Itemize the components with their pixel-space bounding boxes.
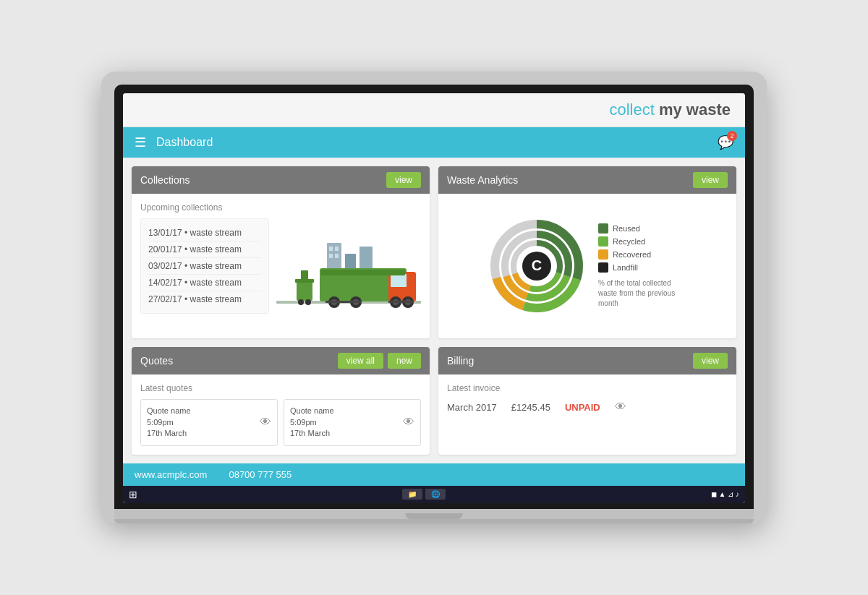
logo-collect: collect [609, 100, 654, 119]
quote-view-icon-2[interactable]: 👁 [403, 416, 414, 429]
nav-title: Dashboard [156, 136, 213, 149]
list-item: 13/01/17 • waste stream [148, 225, 261, 241]
taskbar-app-2[interactable]: 🌐 [425, 489, 446, 500]
billing-view-button[interactable]: view [693, 353, 728, 369]
svg-rect-25 [326, 301, 362, 303]
invoice-view-icon[interactable]: 👁 [615, 401, 626, 414]
analytics-legend: Reused Recycled Recovered [598, 223, 685, 309]
analytics-title: Waste Analytics [447, 174, 518, 186]
quote-time-2: 5:09pm [290, 417, 334, 428]
quote-date-1: 17th March [147, 428, 191, 439]
quote-item-2: Quote name 5:09pm 17th March 👁 [284, 399, 421, 445]
taskbar-left: ⊞ [129, 489, 137, 500]
quotes-buttons: view all new [338, 353, 421, 369]
legend-item-reused: Reused [598, 223, 685, 234]
quote-item-1: Quote name 5:09pm 17th March 👁 [140, 399, 278, 445]
taskbar-app-1[interactable]: 📁 [402, 489, 422, 500]
logo-bar: collect my waste [123, 93, 745, 127]
svg-rect-10 [301, 270, 308, 281]
quote-date-2: 17th March [290, 428, 334, 439]
chat-icon-button[interactable]: 💬 2 [718, 134, 733, 150]
billing-title: Billing [447, 355, 474, 367]
taskbar-center: 📁 🌐 [402, 489, 446, 500]
collections-body: Upcoming collections 13/01/17 • waste st… [132, 194, 430, 338]
invoice-date: March 2017 [447, 402, 497, 413]
quotes-header: Quotes view all new [132, 347, 430, 374]
upcoming-label: Upcoming collections [140, 202, 269, 213]
quote-name-1: Quote name [147, 406, 191, 416]
logo-rest: my waste [655, 100, 731, 119]
analytics-note: % of the total collected waste from the … [598, 278, 685, 309]
hamburger-icon[interactable]: ☰ [135, 134, 146, 150]
invoice-status: UNPAID [565, 402, 600, 413]
nav-bar: ☰ Dashboard 💬 2 [123, 127, 745, 158]
collections-view-button[interactable]: view [386, 172, 421, 188]
quote-info-1: Quote name 5:09pm 17th March [147, 406, 191, 439]
laptop-base [114, 509, 754, 519]
legend-item-recovered: Recovered [598, 249, 685, 260]
legend-label-recycled: Recycled [613, 237, 645, 246]
svg-rect-24 [321, 270, 405, 275]
quotes-body: Latest quotes Quote name 5:09pm 17th Mar… [132, 374, 430, 454]
legend-label-reused: Reused [613, 224, 640, 233]
svg-rect-26 [388, 301, 414, 303]
main-content: Collections view Upcoming collections 13… [123, 158, 745, 463]
quote-time-1: 5:09pm [147, 417, 191, 428]
collections-illustration [276, 202, 421, 330]
legend-label-recovered: Recovered [613, 250, 651, 259]
list-item: 14/02/17 • waste stream [148, 275, 261, 291]
truck-illustration [276, 228, 421, 330]
legend-label-landfill: Landfill [613, 263, 638, 272]
svg-rect-15 [391, 274, 407, 287]
donut-svg: C [490, 219, 584, 313]
analytics-view-button[interactable]: view [693, 172, 728, 188]
collections-left: Upcoming collections 13/01/17 • waste st… [140, 202, 269, 330]
laptop-bottom [114, 519, 754, 523]
legend-item-recycled: Recycled [598, 236, 685, 247]
collections-header: Collections view [132, 166, 430, 194]
app-logo: collect my waste [609, 100, 731, 119]
svg-text:C: C [532, 257, 542, 273]
legend-color-landfill [598, 262, 608, 273]
legend-color-recovered [598, 249, 608, 260]
quote-name-2: Quote name [290, 406, 334, 416]
legend-item-landfill: Landfill [598, 262, 685, 273]
list-item: 20/01/17 • waste stream [148, 241, 261, 258]
donut-chart: C [490, 219, 584, 313]
billing-card: Billing view Latest invoice March 2017 £… [438, 347, 736, 454]
footer-website: www.acmplc.com [135, 469, 207, 480]
billing-body: Latest invoice March 2017 £1245.45 UNPAI… [438, 374, 736, 422]
collections-card: Collections view Upcoming collections 13… [132, 166, 430, 338]
quote-info-2: Quote name 5:09pm 17th March [290, 406, 334, 439]
taskbar-right: ◼ ▲ ⊿ ♪ [711, 490, 739, 498]
quotes-latest-label: Latest quotes [140, 383, 421, 393]
quotes-card: Quotes view all new Latest quotes Quote … [132, 347, 430, 454]
footer-phone: 08700 777 555 [229, 469, 292, 480]
taskbar-time: ◼ ▲ ⊿ ♪ [711, 490, 739, 498]
invoice-amount: £1245.45 [511, 402, 550, 413]
quotes-new-button[interactable]: new [388, 353, 421, 369]
taskbar: ⊞ 📁 🌐 ◼ ▲ ⊿ ♪ [123, 486, 745, 503]
collections-title: Collections [140, 174, 190, 186]
svg-point-11 [298, 299, 304, 305]
quotes-view-all-button[interactable]: view all [338, 353, 383, 369]
billing-header: Billing view [438, 347, 736, 374]
svg-rect-3 [329, 247, 333, 251]
svg-rect-8 [297, 281, 312, 301]
legend-color-recycled [598, 236, 608, 247]
invoice-row: March 2017 £1245.45 UNPAID 👁 [447, 401, 728, 414]
analytics-body: C Reused Recycled [438, 194, 736, 338]
chat-badge: 2 [727, 131, 737, 141]
svg-rect-6 [335, 254, 339, 258]
svg-rect-4 [335, 247, 339, 251]
quote-view-icon-1[interactable]: 👁 [260, 416, 271, 429]
footer-bar: www.acmplc.com 08700 777 555 [123, 463, 745, 486]
collections-list: 13/01/17 • waste stream 20/01/17 • waste… [140, 218, 269, 314]
svg-rect-5 [329, 254, 333, 258]
windows-icon[interactable]: ⊞ [129, 489, 137, 500]
analytics-card: Waste Analytics view [438, 166, 736, 338]
quotes-grid: Quote name 5:09pm 17th March 👁 Quote nam… [140, 399, 421, 445]
svg-point-12 [305, 299, 311, 305]
billing-latest-label: Latest invoice [447, 383, 728, 393]
list-item: 27/02/17 • waste stream [148, 291, 261, 307]
